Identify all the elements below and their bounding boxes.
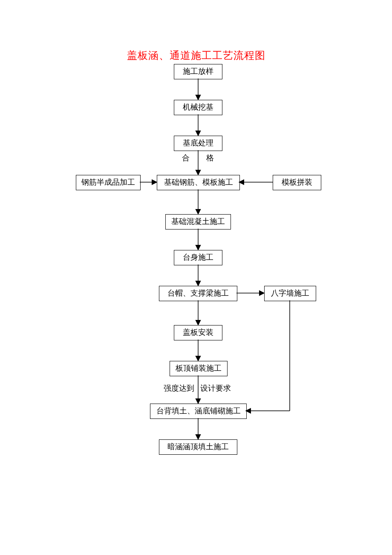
node-label: 暗涵涵顶填土施工 [167,442,229,452]
node-abutment-body: 台身施工 [174,250,222,265]
node-label: 台帽、支撑梁施工 [167,289,229,298]
node-label: 盖板安装 [183,328,213,337]
node-base-treatment: 基底处理 [174,136,222,151]
node-formwork-assembly: 模板拼装 [273,175,321,190]
node-foundation-concrete: 基础混凝土施工 [165,214,231,230]
node-mechanical-excavation: 机械挖基 [174,100,222,115]
node-cap-support-beam: 台帽、支撑梁施工 [159,286,237,301]
flowchart-page: 盖板涵、通道施工工艺流程图 施工放样 机械挖基 基底处理 合 格 钢筋半成品加工… [0,0,392,555]
node-label: 基底处理 [183,139,213,148]
node-culvert-top-fill: 暗涵涵顶填土施工 [159,439,237,455]
node-rebar-semi-processing: 钢筋半成品加工 [76,175,141,190]
diagram-title: 盖板涵、通道施工工艺流程图 [0,49,392,62]
node-wing-wall: 八字墙施工 [264,286,316,301]
node-label: 机械挖基 [183,103,213,112]
node-label: 基础混凝土施工 [171,217,225,227]
node-label: 台身施工 [183,253,213,262]
label-strength-right: 设计要求 [200,383,231,393]
node-cover-install: 盖板安装 [174,325,222,340]
node-label: 钢筋半成品加工 [81,178,135,187]
node-backfill-paving: 台背填土、涵底铺砌施工 [150,404,247,419]
label-qualified-right: 格 [206,153,215,163]
node-label: 八字墙施工 [271,289,309,298]
node-label: 台背填土、涵底铺砌施工 [156,407,241,416]
node-label: 基础钢筋、模板施工 [164,178,233,187]
node-label: 模板拼装 [282,178,312,187]
node-label: 施工放样 [183,67,213,76]
node-top-paving: 板顶铺装施工 [170,361,228,376]
node-construction-stakeout: 施工放样 [174,64,222,79]
node-label: 板顶铺装施工 [176,364,222,373]
connectors [0,0,392,555]
node-foundation-rebar-formwork: 基础钢筋、模板施工 [157,175,240,190]
label-qualified-left: 合 [182,153,190,163]
label-strength-left: 强度达到 [164,383,194,393]
